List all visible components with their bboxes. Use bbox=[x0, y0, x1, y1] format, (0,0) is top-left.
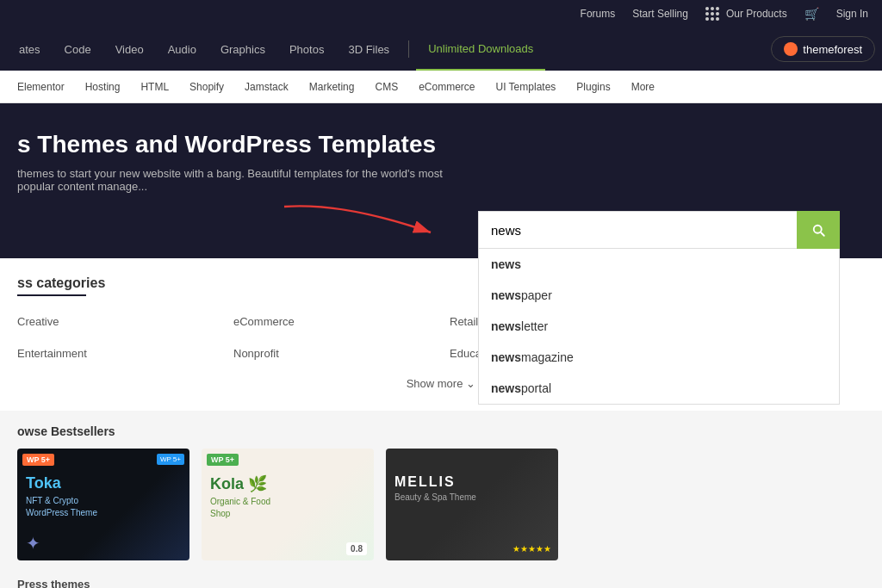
nav-unlimited-downloads[interactable]: Unlimited Downloads bbox=[416, 28, 545, 71]
sub-nav-ui-templates[interactable]: UI Templates bbox=[486, 71, 567, 103]
start-selling-link[interactable]: Start Selling bbox=[632, 8, 688, 20]
theme-cards: WP 5+ WP 5+ Toka NFT & CryptoWordPress T… bbox=[17, 449, 865, 560]
search-input-row bbox=[478, 211, 840, 249]
toka-subtitle: NFT & CryptoWordPress Theme bbox=[26, 495, 181, 519]
suggestion-newsletter[interactable]: newsletter bbox=[479, 311, 839, 342]
toka-badge: WP 5+ bbox=[22, 454, 54, 466]
category-creative[interactable]: Creative bbox=[17, 310, 216, 333]
category-entertainment[interactable]: Entertainment bbox=[17, 342, 216, 365]
cart-icon[interactable]: 🛒 bbox=[804, 7, 819, 21]
bottom-label: Press themes bbox=[0, 574, 882, 588]
hero-title: s Themes and WordPress Templates bbox=[17, 129, 465, 160]
logo-icon bbox=[784, 42, 798, 56]
sub-nav-hosting[interactable]: Hosting bbox=[75, 71, 131, 103]
sub-nav-shopify[interactable]: Shopify bbox=[179, 71, 234, 103]
category-nonprofit[interactable]: Nonprofit bbox=[233, 342, 432, 365]
card-kola[interactable]: WP 5+ Kola 🌿 Organic & FoodShop 0.8 bbox=[202, 449, 374, 560]
grid-icon bbox=[705, 7, 719, 21]
arrow-indicator bbox=[276, 198, 465, 250]
search-input[interactable] bbox=[478, 211, 797, 249]
sub-nav-jamstack[interactable]: Jamstack bbox=[234, 71, 299, 103]
kola-subtitle: Organic & FoodShop bbox=[210, 496, 365, 520]
sub-nav-more[interactable]: More bbox=[621, 71, 665, 103]
bestsellers-section: owse Bestsellers WP 5+ WP 5+ Toka NFT & … bbox=[0, 411, 882, 574]
nav-video[interactable]: Video bbox=[103, 28, 156, 71]
suggestion-news[interactable]: news bbox=[479, 249, 839, 280]
card-toka[interactable]: WP 5+ WP 5+ Toka NFT & CryptoWordPress T… bbox=[17, 449, 189, 560]
toka-wp-badge: WP 5+ bbox=[157, 454, 184, 465]
kola-badge: WP 5+ bbox=[207, 454, 239, 466]
top-bar: Forums Start Selling Our Products 🛒 Sign… bbox=[0, 0, 882, 28]
sign-in-link[interactable]: Sign In bbox=[836, 8, 868, 20]
logo-label: themeforest bbox=[803, 43, 862, 56]
suggestion-news-magazine[interactable]: news magazine bbox=[479, 342, 839, 373]
search-container: news newspaper newsletter news magazine … bbox=[478, 211, 840, 405]
kola-title: Kola 🌿 bbox=[210, 474, 365, 493]
mellis-title: MELLIS bbox=[394, 474, 550, 490]
sub-nav-html[interactable]: HTML bbox=[130, 71, 179, 103]
main-nav: ates Code Video Audio Graphics Photos 3D… bbox=[0, 28, 882, 71]
sub-nav: Elementor Hosting HTML Shopify Jamstack … bbox=[0, 71, 882, 103]
sub-nav-cms[interactable]: CMS bbox=[364, 71, 408, 103]
hero-section: s Themes and WordPress Templates themes … bbox=[0, 103, 882, 258]
our-products-link[interactable]: Our Products bbox=[705, 7, 787, 21]
chevron-down-icon: ⌄ bbox=[466, 377, 475, 390]
nav-graphics[interactable]: Graphics bbox=[208, 28, 277, 71]
nav-code[interactable]: Code bbox=[53, 28, 103, 71]
search-icon bbox=[811, 222, 826, 238]
categories-underline bbox=[17, 294, 86, 296]
nav-photos[interactable]: Photos bbox=[277, 28, 336, 71]
sub-nav-marketing[interactable]: Marketing bbox=[299, 71, 365, 103]
nav-3d-files[interactable]: 3D Files bbox=[336, 28, 401, 71]
sub-nav-elementor[interactable]: Elementor bbox=[7, 71, 75, 103]
sub-nav-ecommerce[interactable]: eCommerce bbox=[408, 71, 485, 103]
hero-subtitle: themes to start your new website with a … bbox=[17, 167, 482, 193]
kola-rating: 0.8 bbox=[346, 542, 367, 555]
themeforest-logo[interactable]: themeforest bbox=[771, 36, 875, 62]
suggestion-news-portal[interactable]: news portal bbox=[479, 373, 839, 404]
nav-separator bbox=[408, 40, 409, 58]
search-dropdown: news newspaper newsletter news magazine … bbox=[478, 249, 840, 405]
toka-decoration: ✦ bbox=[26, 533, 40, 554]
toka-title: Toka bbox=[26, 474, 181, 492]
mellis-stars: ★★★★★ bbox=[512, 540, 551, 555]
category-ecommerce[interactable]: eCommerce bbox=[233, 310, 432, 333]
search-button[interactable] bbox=[797, 211, 840, 249]
suggestion-newspaper[interactable]: newspaper bbox=[479, 280, 839, 311]
nav-audio[interactable]: Audio bbox=[156, 28, 208, 71]
sub-nav-plugins[interactable]: Plugins bbox=[566, 71, 620, 103]
forums-link[interactable]: Forums bbox=[581, 8, 616, 20]
mellis-subtitle: Beauty & Spa Theme bbox=[394, 492, 550, 502]
card-mellis[interactable]: MELLIS Beauty & Spa Theme ★★★★★ bbox=[386, 449, 558, 560]
nav-ates[interactable]: ates bbox=[7, 28, 53, 71]
bestsellers-heading: owse Bestsellers bbox=[17, 424, 865, 438]
